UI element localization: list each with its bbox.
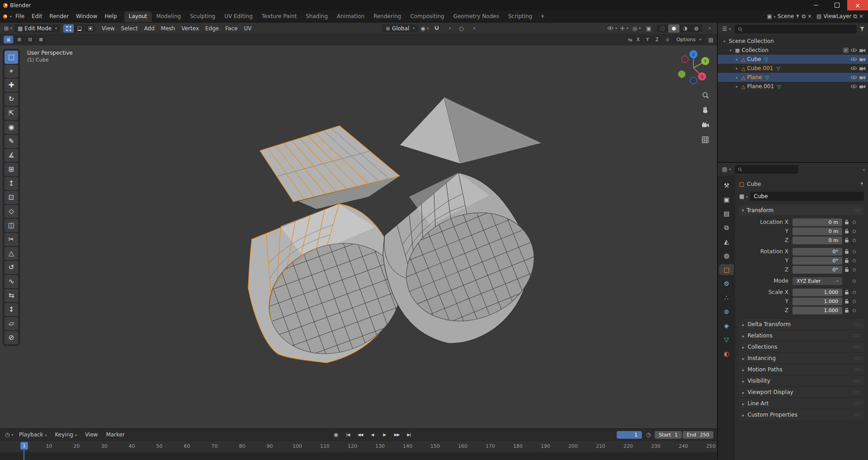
number-field[interactable]: 1.000 bbox=[793, 307, 842, 314]
number-field[interactable]: 0 m bbox=[793, 218, 842, 226]
hide-in-viewport-icon[interactable] bbox=[850, 48, 857, 52]
outliner-item-plane-001[interactable]: Plane.001 bbox=[718, 82, 868, 91]
play-button[interactable]: ▶ bbox=[379, 431, 390, 439]
material-preview-button[interactable]: ◑ bbox=[679, 24, 691, 33]
properties-tab-render[interactable]: ▣ bbox=[719, 194, 734, 205]
properties-search-input[interactable] bbox=[745, 166, 795, 172]
lock-icon[interactable] bbox=[842, 299, 851, 304]
workspace-tab-modeling[interactable]: Modeling bbox=[152, 11, 186, 22]
annotate-tool[interactable]: ✎ bbox=[5, 135, 18, 148]
animate-dot-icon[interactable] bbox=[851, 249, 857, 254]
auto-keying-toggle[interactable]: ◉ bbox=[330, 431, 341, 439]
minimize-button[interactable] bbox=[806, 0, 826, 10]
lock-icon[interactable] bbox=[842, 237, 851, 243]
properties-section-row[interactable]: Motion Paths bbox=[739, 364, 864, 375]
workspace-tab-scripting[interactable]: Scripting bbox=[504, 11, 537, 22]
transform-orientation-dropdown[interactable]: ⊕ Global bbox=[382, 24, 418, 33]
rendered-shading-button[interactable]: ◍ bbox=[691, 24, 702, 33]
viewport-menu-select[interactable]: Select bbox=[118, 24, 141, 33]
frame-start-field[interactable]: Start 1 bbox=[655, 431, 682, 439]
object-name-field[interactable]: Cube bbox=[750, 192, 864, 201]
outliner-item-cube[interactable]: Cube bbox=[718, 55, 868, 64]
workspace-tab-texture-paint[interactable]: Texture Paint bbox=[257, 11, 301, 22]
vertex-select-mode-button[interactable] bbox=[63, 24, 74, 33]
outliner-search-input[interactable] bbox=[745, 26, 854, 32]
pin-icon[interactable] bbox=[860, 181, 864, 187]
new-view-layer-icon[interactable]: ⧉ bbox=[853, 14, 857, 19]
current-frame-field[interactable]: 1 bbox=[617, 431, 642, 439]
select-mode-extend-button[interactable]: ⊞ bbox=[14, 36, 24, 43]
properties-tab-output[interactable]: ▤ bbox=[719, 208, 734, 219]
timeline-menu-keying[interactable]: Keying bbox=[52, 430, 80, 439]
playhead[interactable]: 1 bbox=[20, 442, 28, 450]
properties-filter-dropdown[interactable] bbox=[861, 166, 865, 172]
animate-dot-icon[interactable] bbox=[851, 267, 857, 272]
mirror-z-toggle[interactable]: Z bbox=[653, 36, 661, 43]
properties-tab-tool[interactable]: ⚒ bbox=[719, 180, 734, 191]
properties-tab-view-layer[interactable]: ⧉ bbox=[719, 222, 734, 233]
wireframe-shading-button[interactable]: ◌ bbox=[657, 24, 668, 33]
properties-tab-constraints[interactable]: ◈ bbox=[719, 320, 734, 331]
maximize-button[interactable] bbox=[826, 0, 847, 10]
pivot-point-dropdown[interactable]: ◉ bbox=[419, 24, 430, 33]
plane-mesh[interactable] bbox=[260, 126, 400, 209]
timeline-editor-type-button[interactable]: ◷ bbox=[4, 431, 14, 439]
number-field[interactable]: 0 m bbox=[793, 237, 842, 244]
outliner-scene-collection-row[interactable]: Scene Collection bbox=[718, 37, 868, 46]
navigation-gizmo[interactable]: Z Y X bbox=[675, 48, 712, 86]
lock-icon[interactable] bbox=[842, 267, 851, 272]
lock-icon[interactable] bbox=[842, 258, 851, 263]
viewport-menu-uv[interactable]: UV bbox=[241, 24, 255, 33]
select-mode-invert-button[interactable]: ⊠ bbox=[36, 36, 46, 43]
number-field[interactable]: 1.000 bbox=[793, 298, 842, 305]
properties-section-row[interactable]: Instancing bbox=[739, 352, 864, 364]
workspace-tab-sculpting[interactable]: Sculpting bbox=[185, 11, 220, 22]
move-tool[interactable]: ✚ bbox=[5, 79, 18, 92]
hide-in-viewport-icon[interactable] bbox=[850, 57, 857, 62]
smooth-tool[interactable]: ∿ bbox=[5, 275, 18, 288]
animate-dot-icon[interactable] bbox=[851, 278, 857, 284]
previous-keyframe-button[interactable]: ◀◀ bbox=[354, 431, 366, 439]
zoom-icon[interactable] bbox=[701, 90, 710, 100]
jump-to-end-button[interactable]: ▶| bbox=[403, 431, 415, 439]
shrink-fatten-tool[interactable]: ↕ bbox=[5, 303, 18, 316]
number-field[interactable]: 0° bbox=[793, 248, 842, 256]
properties-tab-scene[interactable]: ◭ bbox=[719, 236, 734, 247]
outliner-editor-type-button[interactable]: ☰ bbox=[721, 25, 732, 33]
rotation-mode-dropdown[interactable]: XYZ Euler bbox=[793, 277, 842, 285]
timeline-menu-marker[interactable]: Marker bbox=[102, 430, 128, 439]
solid-shading-button[interactable]: ● bbox=[668, 24, 679, 33]
next-keyframe-button[interactable]: ▶▶ bbox=[391, 431, 402, 439]
select-mode-new-button[interactable]: ▣ bbox=[4, 36, 13, 43]
shading-settings-dropdown[interactable] bbox=[703, 24, 714, 33]
lock-icon[interactable] bbox=[842, 308, 851, 313]
xray-toggle[interactable]: ▣ bbox=[643, 24, 654, 33]
expand-triangle-icon[interactable] bbox=[728, 48, 733, 52]
menu-file[interactable]: File bbox=[12, 12, 28, 21]
new-scene-icon[interactable]: ⧉ bbox=[802, 14, 806, 19]
play-reverse-button[interactable]: ◀ bbox=[367, 431, 378, 439]
animate-dot-icon[interactable] bbox=[851, 289, 857, 295]
menu-help[interactable]: Help bbox=[101, 12, 120, 21]
viewport-menu-edge[interactable]: Edge bbox=[202, 24, 222, 33]
properties-section-row[interactable]: Relations bbox=[739, 330, 864, 341]
viewport-menu-mesh[interactable]: Mesh bbox=[158, 24, 179, 33]
animate-dot-icon[interactable] bbox=[851, 299, 857, 304]
blender-app-menu[interactable] bbox=[2, 11, 12, 22]
outliner-item-plane[interactable]: Plane bbox=[718, 73, 868, 82]
properties-editor-type-button[interactable]: ▤ bbox=[721, 165, 732, 173]
viewport-canvas[interactable] bbox=[0, 45, 717, 428]
properties-search[interactable] bbox=[735, 165, 798, 174]
animate-dot-icon[interactable] bbox=[851, 219, 857, 225]
properties-tab-modifiers[interactable]: ⚙ bbox=[719, 278, 734, 289]
lock-icon[interactable] bbox=[842, 249, 851, 254]
expand-triangle-icon[interactable] bbox=[734, 85, 740, 89]
mode-dropdown[interactable]: ▦ Edit Mode bbox=[14, 24, 60, 33]
workspace-tab-uv-editing[interactable]: UV Editing bbox=[220, 11, 257, 22]
use-preview-range-icon[interactable]: ◷ bbox=[643, 431, 654, 439]
rotate-tool[interactable]: ↻ bbox=[5, 93, 18, 106]
inset-faces-tool[interactable]: ⊡ bbox=[5, 191, 18, 204]
tool-settings-panel-icon[interactable]: ▤ bbox=[708, 37, 713, 43]
extrude-region-tool[interactable]: ↥ bbox=[5, 177, 18, 190]
number-field[interactable]: 0 m bbox=[793, 228, 842, 235]
